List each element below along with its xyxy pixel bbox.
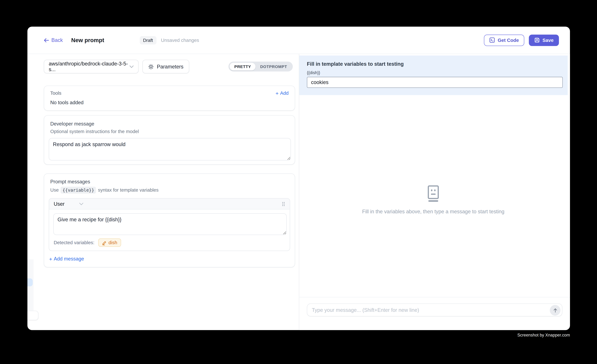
chevron-down-icon — [79, 203, 83, 205]
test-pane: Fill in template variables to start test… — [299, 54, 570, 330]
chevron-down-icon — [129, 65, 134, 68]
message-block: User — [49, 198, 290, 251]
add-message-label: Add message — [54, 256, 84, 262]
unsaved-changes-label: Unsaved changes — [161, 38, 199, 43]
message-header: User — [49, 198, 290, 210]
add-tool-label: Add — [280, 91, 289, 96]
variable-value-input[interactable] — [307, 77, 563, 88]
chat-empty-text: Fill in the variables above, then type a… — [299, 209, 567, 214]
message-body: Give me a recipe for {{dish}} — [49, 210, 290, 235]
tools-title: Tools — [50, 91, 61, 96]
gear-icon — [148, 64, 154, 69]
tools-empty-text: No tools added — [50, 100, 289, 105]
arrow-left-icon — [44, 38, 49, 42]
detected-variables-row: Detected variables: dish — [49, 235, 290, 250]
drag-handle-icon[interactable] — [282, 201, 285, 206]
chat-input-bar — [299, 297, 570, 330]
app-window: Back New prompt Draft Unsaved changes Ge… — [27, 27, 570, 330]
back-label: Back — [51, 37, 63, 43]
hint-suffix: syntax for template variables — [98, 187, 158, 193]
variable-chip-dish[interactable]: dish — [98, 238, 121, 247]
model-select[interactable]: aws/anthropic/bedrock-claude-3-5-s... — [44, 60, 139, 73]
plus-icon: + — [275, 91, 279, 96]
sidebar-peek-highlight — [27, 278, 33, 286]
parameters-label: Parameters — [157, 64, 183, 69]
model-select-value: aws/anthropic/bedrock-claude-3-5-s... — [49, 61, 129, 72]
variable-syntax-chip: {{variable}} — [61, 187, 96, 194]
banner-title: Fill in template variables to start test… — [307, 61, 563, 67]
message-textarea[interactable]: Give me a recipe for {{dish}} — [53, 213, 287, 235]
developer-message-card: Developer message Optional system instru… — [44, 115, 295, 165]
prompt-editor-pane: aws/anthropic/bedrock-claude-3-5-s... — [27, 54, 299, 330]
view-mode-toggle: PRETTY DOTPROMPT — [229, 62, 293, 72]
chat-input-container — [307, 303, 562, 316]
developer-message-textarea[interactable]: Respond as jack sparrow would — [49, 138, 291, 161]
terminal-icon — [489, 37, 495, 43]
watermark-label: Screenshot by Xnapper.com — [0, 333, 570, 337]
hint-prefix: Use — [50, 187, 59, 193]
chat-message-input[interactable] — [307, 304, 562, 316]
status-badge: Draft — [140, 36, 157, 44]
save-label: Save — [542, 38, 554, 43]
window-header: Back New prompt Draft Unsaved changes Ge… — [27, 27, 570, 54]
chat-empty-state: Fill in the variables above, then type a… — [299, 185, 567, 214]
header-actions: Get Code Save — [484, 34, 559, 46]
role-select[interactable]: User — [54, 201, 83, 207]
add-tool-button[interactable]: + Add — [275, 91, 289, 96]
template-variable-hint: Use {{variable}} syntax for template var… — [49, 187, 290, 194]
plus-icon: + — [49, 256, 52, 261]
role-select-value: User — [54, 201, 65, 207]
developer-message-title: Developer message — [49, 121, 290, 127]
get-code-button[interactable]: Get Code — [484, 34, 524, 46]
template-variables-banner: Fill in template variables to start test… — [299, 56, 568, 95]
prompt-messages-title: Prompt messages — [49, 179, 290, 184]
toggle-dotprompt[interactable]: DOTPROMPT — [256, 63, 292, 70]
screenshot-stage: Back New prompt Draft Unsaved changes Ge… — [0, 0, 597, 364]
save-icon — [534, 37, 540, 43]
detected-variables-label: Detected variables: — [54, 240, 94, 245]
developer-message-subtitle: Optional system instructions for the mod… — [49, 129, 290, 134]
prompt-messages-card: Prompt messages Use {{variable}} syntax … — [44, 174, 295, 267]
get-code-label: Get Code — [498, 38, 519, 43]
toggle-pretty[interactable]: PRETTY — [230, 63, 255, 70]
send-button[interactable] — [550, 305, 560, 316]
arrow-up-icon — [553, 308, 558, 313]
back-button[interactable]: Back — [44, 37, 63, 43]
add-message-button[interactable]: + Add message — [49, 256, 290, 262]
window-body: aws/anthropic/bedrock-claude-3-5-s... — [27, 54, 570, 330]
variable-name-label: {{dish}} — [307, 70, 563, 75]
pencil-icon — [102, 240, 107, 245]
variable-chip-label: dish — [109, 240, 117, 245]
model-toolbar: aws/anthropic/bedrock-claude-3-5-s... — [44, 60, 299, 73]
tools-card: Tools + Add No tools added — [44, 85, 295, 111]
page-title: New prompt — [71, 37, 104, 43]
sidebar-peek-card — [27, 311, 38, 320]
parameters-button[interactable]: Parameters — [142, 60, 189, 73]
robot-face-icon — [299, 185, 567, 202]
save-button[interactable]: Save — [529, 34, 559, 46]
